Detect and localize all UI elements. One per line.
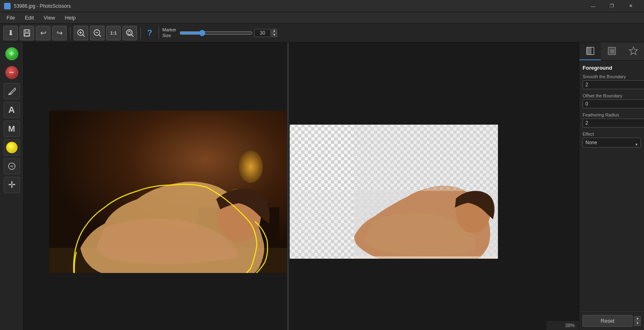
smooth-boundary-label: Smooth the Boundary bbox=[583, 74, 641, 79]
move-tool[interactable]: ✛ bbox=[4, 177, 20, 193]
eraser-tool[interactable] bbox=[4, 83, 20, 99]
brush-eraser-tool[interactable] bbox=[4, 158, 20, 174]
feathering-radius-label: Feathering Radius bbox=[583, 112, 641, 117]
svg-rect-12 bbox=[9, 93, 11, 95]
app-icon bbox=[4, 3, 11, 9]
remove-background-tool[interactable]: − bbox=[4, 64, 20, 81]
zoom-out-button[interactable] bbox=[90, 26, 105, 40]
result-image-canvas[interactable] bbox=[288, 42, 579, 330]
svg-rect-1 bbox=[25, 30, 28, 32]
text-tool[interactable]: A bbox=[4, 102, 20, 118]
panel-footer-down[interactable]: ▼ bbox=[634, 321, 641, 326]
menu-view[interactable]: View bbox=[39, 13, 60, 22]
effect-select[interactable]: None Blur Sharpen bbox=[583, 138, 641, 147]
redo-button[interactable]: ↪ bbox=[52, 26, 67, 40]
svg-line-9 bbox=[99, 35, 101, 37]
zoom-level: 38% bbox=[565, 323, 575, 328]
statusbar: 38% bbox=[546, 320, 579, 330]
svg-rect-2 bbox=[24, 33, 29, 36]
marker-size-spin: ▲ ▼ bbox=[271, 29, 277, 37]
tab-effects[interactable] bbox=[622, 42, 644, 60]
save-button[interactable] bbox=[20, 26, 34, 40]
zoom-in-button[interactable] bbox=[74, 26, 88, 40]
canvas-divider[interactable] bbox=[287, 42, 289, 330]
toolbar: ⬇ ↩ ↪ 1:1 ? Marker Size ▲ ▼ bbox=[0, 24, 644, 42]
restore-button[interactable]: ❐ bbox=[603, 0, 621, 12]
panel-content: Foreground Smooth the Boundary ▲ ▼ Offse… bbox=[579, 61, 644, 311]
reset-button[interactable]: Reset bbox=[583, 315, 633, 327]
window-controls: — ❐ ✕ bbox=[584, 0, 640, 12]
open-button[interactable]: ⬇ bbox=[3, 26, 18, 40]
toolbar-separator-3 bbox=[159, 27, 159, 39]
feathering-radius-row: ▲ ▼ bbox=[583, 119, 641, 128]
panel-tabs bbox=[579, 42, 644, 61]
left-tools-panel: + − A M ✛ bbox=[0, 42, 24, 330]
main-area: + − A M ✛ bbox=[0, 42, 644, 330]
toolbar-separator-1 bbox=[70, 27, 70, 39]
menu-edit[interactable]: Edit bbox=[20, 13, 39, 22]
effect-label: Effect bbox=[583, 132, 641, 136]
marker-size-label: Marker Size bbox=[162, 27, 176, 38]
svg-line-6 bbox=[83, 35, 85, 37]
menu-file[interactable]: File bbox=[2, 13, 20, 22]
smooth-boundary-row: ▲ ▼ bbox=[583, 80, 641, 89]
svg-marker-39 bbox=[629, 47, 637, 55]
help-button[interactable]: ? bbox=[144, 27, 155, 39]
right-panel: Foreground Smooth the Boundary ▲ ▼ Offse… bbox=[579, 42, 644, 330]
svg-rect-35 bbox=[587, 47, 592, 55]
svg-rect-38 bbox=[610, 49, 614, 53]
panel-footer-spin: ▲ ▼ bbox=[634, 316, 641, 326]
marker-size-up[interactable]: ▲ bbox=[271, 29, 277, 33]
offset-boundary-label: Offset the Boundary bbox=[583, 93, 641, 98]
zoom-fit-button[interactable] bbox=[122, 26, 137, 40]
canvas-area bbox=[24, 42, 579, 330]
panel-footer-up[interactable]: ▲ bbox=[634, 316, 641, 321]
add-foreground-tool[interactable]: + bbox=[4, 46, 20, 62]
zoom-reset-button[interactable]: 1:1 bbox=[106, 26, 121, 40]
tab-background[interactable] bbox=[601, 42, 622, 60]
window-title: 53986.jpg - PhotoScissors bbox=[14, 3, 584, 9]
menubar: File Edit View Help bbox=[0, 12, 644, 24]
marker-value-container: ▲ ▼ bbox=[254, 29, 277, 37]
toolbar-separator-2 bbox=[140, 27, 141, 39]
menu-help[interactable]: Help bbox=[60, 13, 81, 22]
titlebar: 53986.jpg - PhotoScissors — ❐ ✕ bbox=[0, 0, 644, 12]
tab-foreground[interactable] bbox=[579, 42, 601, 60]
marker-size-slider[interactable] bbox=[179, 30, 253, 36]
effect-select-wrapper: None Blur Sharpen bbox=[583, 138, 641, 152]
mask-tool[interactable]: M bbox=[4, 121, 20, 137]
offset-boundary-input[interactable] bbox=[583, 99, 644, 108]
panel-footer: Reset ▲ ▼ bbox=[579, 311, 644, 330]
minimize-button[interactable]: — bbox=[584, 0, 603, 12]
svg-rect-0 bbox=[24, 30, 30, 36]
foreground-title: Foreground bbox=[583, 65, 641, 71]
marker-size-input[interactable] bbox=[254, 29, 271, 37]
original-image-canvas[interactable] bbox=[24, 42, 288, 330]
feathering-radius-input[interactable] bbox=[583, 119, 644, 128]
marker-size-down[interactable]: ▼ bbox=[271, 33, 277, 37]
smooth-boundary-input[interactable] bbox=[583, 80, 644, 89]
svg-line-11 bbox=[131, 35, 133, 37]
color-marker-tool[interactable] bbox=[4, 139, 20, 156]
close-button[interactable]: ✕ bbox=[621, 0, 640, 12]
undo-button[interactable]: ↩ bbox=[36, 26, 50, 40]
offset-boundary-row: ▲ ▼ bbox=[583, 99, 641, 108]
